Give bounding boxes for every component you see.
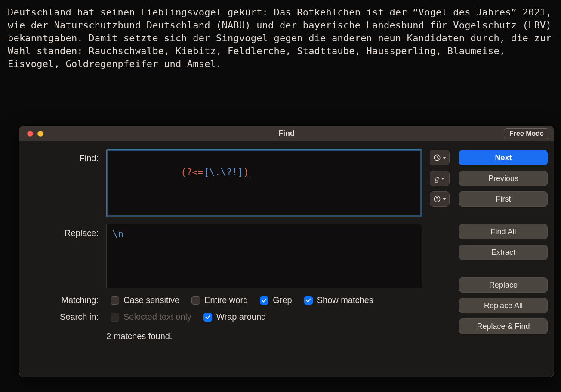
show-matches-checkbox[interactable]: Show matches <box>304 295 373 305</box>
matching-label: Matching: <box>25 295 99 305</box>
checkbox-checked-icon <box>203 313 212 322</box>
checkbox-checked-icon <box>304 296 313 305</box>
replace-row: Replace: \n <box>25 224 451 288</box>
checkbox-label: Grep <box>273 295 292 305</box>
replace-button[interactable]: Replace <box>459 277 548 293</box>
checkbox-icon <box>111 296 119 305</box>
extract-button[interactable]: Extract <box>459 245 548 260</box>
entire-word-checkbox[interactable]: Entire word <box>191 295 248 305</box>
checkbox-label: Entire word <box>204 295 248 305</box>
checkbox-icon <box>191 296 200 305</box>
checkbox-icon <box>111 313 119 322</box>
grep-checkbox[interactable]: Grep <box>260 295 292 305</box>
chevron-down-icon <box>441 178 444 180</box>
find-dialog: Find Free Mode Find: (?<=[\.\?!]) <box>19 126 554 377</box>
search-in-label: Search in: <box>25 312 99 322</box>
case-sensitive-checkbox[interactable]: Case sensitive <box>111 295 179 305</box>
checkbox-label: Case sensitive <box>123 295 179 305</box>
matching-row: Matching: Case sensitive Entire word Gre… <box>25 295 451 305</box>
checkbox-label: Wrap around <box>216 312 266 322</box>
mode-toggle[interactable]: Free Mode <box>504 128 549 139</box>
minimize-icon[interactable] <box>37 131 43 137</box>
selected-text-only-checkbox: Selected text only <box>111 312 191 322</box>
help-menu-button[interactable] <box>430 191 450 207</box>
checkbox-label: Show matches <box>317 295 373 305</box>
find-input[interactable] <box>106 149 422 217</box>
grep-menu-button[interactable]: g <box>430 171 450 186</box>
wrap-around-checkbox[interactable]: Wrap around <box>203 312 266 322</box>
window-controls <box>19 131 43 137</box>
next-button[interactable]: Next <box>459 150 548 165</box>
previous-button[interactable]: Previous <box>459 171 548 186</box>
grep-g-icon: g <box>435 175 439 182</box>
first-button[interactable]: First <box>459 191 548 207</box>
chevron-down-icon <box>443 157 446 159</box>
match-count-text: 2 matches found. <box>106 329 172 341</box>
replace-input[interactable] <box>106 224 422 288</box>
editor-text: Deutschland hat seinen Lieblingsvogel ge… <box>0 0 561 70</box>
titlebar: Find Free Mode <box>19 126 554 141</box>
status-row: 2 matches found. <box>25 329 451 341</box>
find-all-button[interactable]: Find All <box>459 224 548 239</box>
replace-find-button[interactable]: Replace & Find <box>459 318 548 334</box>
search-in-row: Search in: Selected text only Wrap aroun… <box>25 312 451 322</box>
clock-icon <box>433 154 441 162</box>
replace-all-button[interactable]: Replace All <box>459 298 548 313</box>
replace-label: Replace: <box>25 224 99 238</box>
chevron-down-icon <box>443 198 446 200</box>
svg-point-3 <box>437 200 437 201</box>
close-icon[interactable] <box>27 131 33 137</box>
checkbox-checked-icon <box>260 296 268 305</box>
button-column: Next Previous First Find All Extract Rep… <box>459 149 548 373</box>
find-label: Find: <box>25 149 99 163</box>
find-row: Find: (?<=[\.\?!]) <box>25 149 451 217</box>
checkbox-label: Selected text only <box>123 312 191 322</box>
dialog-title: Find <box>19 129 554 138</box>
history-menu-button[interactable] <box>430 150 450 165</box>
help-icon <box>433 195 441 203</box>
